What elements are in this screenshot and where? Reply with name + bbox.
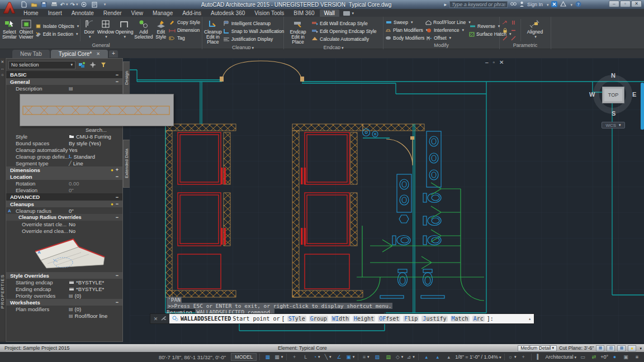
snap-mode-icon[interactable]: ▦ xyxy=(263,353,272,361)
dynamic-ucs-icon[interactable]: ⊿ xyxy=(406,353,415,361)
offset-button[interactable]: Offset xyxy=(425,35,468,41)
select-similar-button[interactable]: Select Similar xyxy=(2,18,17,42)
keyword-justify[interactable]: Justify xyxy=(422,316,447,322)
palette-close-icon[interactable]: ✕ xyxy=(1,60,4,64)
collapse-icon[interactable]: − xyxy=(116,194,119,200)
exchange-apps-icon[interactable] xyxy=(551,1,557,8)
dynamic-input-icon[interactable]: + xyxy=(290,353,299,361)
sign-in-dropdown-icon[interactable] xyxy=(546,2,549,7)
keyword-match[interactable]: Match xyxy=(451,316,470,322)
keyword-arc[interactable]: Arc xyxy=(472,316,485,322)
new-drawing-plus-button[interactable]: + xyxy=(109,50,118,58)
expand-icon[interactable]: + xyxy=(116,167,119,173)
keyword-style[interactable]: STyle xyxy=(287,316,306,322)
dimension-button[interactable]: Dimension xyxy=(169,27,200,34)
sheet-icon[interactable] xyxy=(91,1,98,8)
polar-tracking-icon[interactable]: ◔ xyxy=(312,353,321,361)
model-space-button[interactable]: MODEL xyxy=(231,353,257,361)
tab-view[interactable]: View xyxy=(127,9,148,17)
snap-to-wall-justification-button[interactable]: Snap to Wall Justification xyxy=(223,28,285,35)
autoscale-icon[interactable]: ▴ xyxy=(433,353,442,361)
section-cleanups[interactable]: Cleanups●− xyxy=(6,201,122,207)
add-selected-button[interactable]: Add Selected xyxy=(134,18,153,42)
customize-plus-icon[interactable]: + xyxy=(519,353,528,361)
lineweight-icon[interactable]: ≡ xyxy=(361,353,371,361)
bulb-toggle-icon[interactable]: ● xyxy=(628,345,636,351)
pick-point-icon[interactable] xyxy=(88,61,97,69)
graphics-performance-icon[interactable]: ⇄ xyxy=(589,353,599,361)
layer-key-toggle-icon[interactable]: ▩ xyxy=(617,345,626,351)
drawing-status-menu-icon[interactable] xyxy=(638,345,642,351)
viewcube-top-face[interactable]: TOP xyxy=(602,87,624,103)
transparency-icon[interactable]: ▨ xyxy=(372,353,382,361)
object-snap-tracking-icon[interactable]: ∠ xyxy=(334,353,344,361)
section-worksheets[interactable]: Worksheets− xyxy=(6,299,122,306)
command-close-icon[interactable]: ✕ xyxy=(154,316,158,322)
surface-hatch-toggle-icon[interactable]: ▧ xyxy=(607,345,615,351)
restore-button[interactable]: ▫ xyxy=(620,1,631,7)
palette-autohide-icon[interactable]: ↔ xyxy=(1,66,4,70)
qat-dropdown-icon[interactable] xyxy=(101,1,108,8)
workspace-switching-icon[interactable]: ☼ xyxy=(508,353,517,361)
selection-cycling-icon[interactable]: ▤ xyxy=(383,353,393,361)
section-advanced[interactable]: ADVANCED− xyxy=(6,193,122,201)
opening-button[interactable]: Opening xyxy=(115,18,133,42)
plot-icon[interactable] xyxy=(50,1,58,8)
tag-button[interactable]: Tag xyxy=(169,35,200,41)
panel-label-modify[interactable]: Modify xyxy=(383,42,499,49)
undo-icon[interactable]: ↶ xyxy=(60,1,68,8)
ribbon-display-toggle[interactable] xyxy=(343,9,354,17)
keyword-height[interactable]: Height xyxy=(353,316,375,322)
collapse-icon[interactable]: − xyxy=(116,273,119,278)
sign-in-link[interactable]: Sign In xyxy=(527,2,543,7)
units-box-icon[interactable]: ▭ xyxy=(578,353,588,361)
search-icon[interactable] xyxy=(510,2,517,8)
edit-opening-endcap-style-button[interactable]: Edit Opening Endcap Style xyxy=(311,28,377,35)
tab-manage[interactable]: Manage xyxy=(148,9,177,17)
3d-object-snap-icon[interactable]: ◇ xyxy=(395,353,404,361)
tab-autodesk-360[interactable]: Autodesk 360 xyxy=(206,9,249,17)
command-customize-icon[interactable] xyxy=(160,316,166,322)
justification-display-button[interactable]: Justification Display xyxy=(223,36,285,42)
viewport-minimize-icon[interactable]: – xyxy=(485,59,489,65)
edit-style-button[interactable]: Edit Style xyxy=(154,18,168,42)
search-input[interactable] xyxy=(449,1,508,8)
command-line-bar[interactable]: ✕ WALLADDSELECTED Start point or [ STyle… xyxy=(150,313,534,324)
tab-annotate[interactable]: Annotate xyxy=(67,9,98,17)
tab-vision-tools[interactable]: Vision Tools xyxy=(250,9,288,17)
clean-screen-icon[interactable]: ▣ xyxy=(621,353,631,361)
annotation-tools-icon[interactable]: ▍ xyxy=(534,353,544,361)
style-search-link[interactable]: Search... xyxy=(6,126,122,133)
isometric-drafting-icon[interactable]: ╲ xyxy=(323,353,333,361)
cleanup-edit-in-place-button[interactable]: Cleanup Edit in Place xyxy=(204,18,222,45)
units-dropdown[interactable]: Architectural xyxy=(546,354,577,360)
viewcube-east[interactable]: E xyxy=(632,91,636,98)
panel-label-general[interactable]: General xyxy=(0,42,202,49)
tab-insert[interactable]: Insert xyxy=(44,9,67,17)
collapse-icon[interactable]: − xyxy=(116,174,119,179)
workspace-icon[interactable] xyxy=(80,1,88,8)
viewcube-north[interactable]: N xyxy=(611,72,615,79)
copy-style-button[interactable]: Copy Style xyxy=(169,19,200,26)
quick-select-icon[interactable] xyxy=(99,61,107,69)
calculate-automatically-button[interactable]: Calculate Automatically xyxy=(311,36,377,42)
section-style-overrides[interactable]: Style Overrides− xyxy=(6,272,122,279)
display-toggle-icon[interactable]: ▦ xyxy=(596,345,604,351)
selection-dropdown[interactable]: No selection xyxy=(8,61,75,69)
tab-add-ins[interactable]: Add-ins xyxy=(178,9,206,17)
collapse-icon[interactable]: − xyxy=(116,215,119,220)
ortho-mode-icon[interactable]: L xyxy=(301,353,310,361)
search-expand-icon[interactable]: ▸ xyxy=(444,2,447,7)
viewport-close-icon[interactable]: ✕ xyxy=(499,59,504,65)
keyword-flip[interactable]: Flip xyxy=(403,316,419,322)
close-button[interactable]: ✕ xyxy=(631,1,642,7)
palette-settings-icon[interactable]: ☼ xyxy=(1,73,4,77)
open-file-icon[interactable] xyxy=(30,1,37,8)
new-file-icon[interactable] xyxy=(20,1,27,8)
geometric-constraint-icons[interactable] xyxy=(501,19,518,26)
cut-plane-label[interactable]: Cut Plane: 3'-6" xyxy=(559,345,594,351)
keyword-offset[interactable]: OFfset xyxy=(378,316,400,322)
tab-bim-360[interactable]: BIM 360 xyxy=(289,9,319,17)
section-basic[interactable]: BASIC− xyxy=(6,71,122,78)
save-icon[interactable] xyxy=(40,1,48,8)
